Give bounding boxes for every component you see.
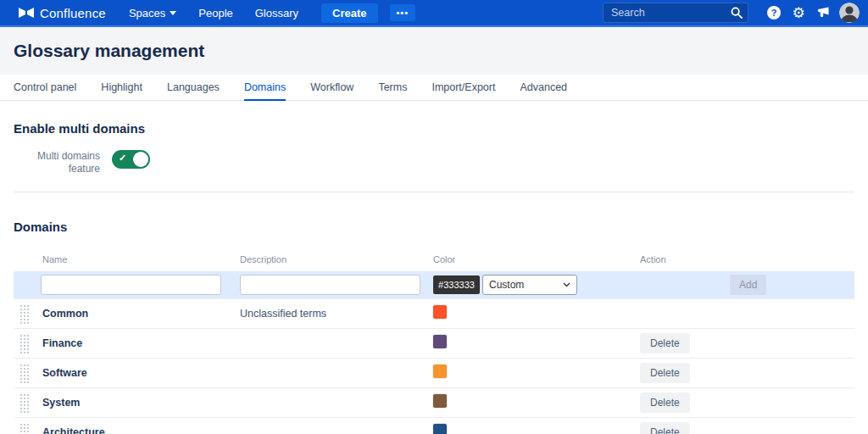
table-header: Name Description Color Action (14, 246, 854, 271)
tab-control-panel[interactable]: Control panel (14, 75, 76, 101)
table-row-common: Common Unclassified terms (14, 298, 854, 328)
col-header-description: Description (240, 254, 433, 264)
drag-handle-icon[interactable] (19, 364, 29, 383)
new-domain-description-input[interactable] (240, 275, 420, 295)
confluence-logo[interactable]: Confluence (19, 6, 106, 20)
tab-languages[interactable]: Languages (167, 75, 220, 101)
color-preview-chip[interactable]: #333333 (433, 275, 480, 294)
domain-description: Unclassified terms (240, 308, 433, 320)
megaphone-icon (816, 7, 830, 19)
chevron-down-icon (170, 11, 176, 15)
table-row-system: System Delete (14, 387, 854, 417)
col-header-action: Action (640, 254, 854, 264)
color-swatch (433, 305, 447, 319)
check-icon: ✓ (119, 153, 126, 164)
tab-domains[interactable]: Domains (244, 75, 286, 101)
domain-name: System (41, 397, 240, 409)
tab-advanced[interactable]: Advanced (520, 75, 567, 101)
add-button[interactable]: Add (730, 275, 766, 295)
color-swatch (433, 335, 447, 348)
domain-name: Architecture (41, 426, 240, 434)
more-button[interactable]: ••• (390, 4, 416, 21)
drag-handle-icon[interactable] (19, 393, 29, 413)
multi-domains-toggle[interactable]: ✓ (112, 150, 150, 169)
brand-name: Confluence (40, 6, 106, 20)
new-domain-name-input[interactable] (41, 275, 221, 295)
settings-button[interactable]: ⚙ (787, 2, 810, 24)
toggle-knob (133, 152, 148, 167)
color-swatch (433, 364, 447, 378)
domains-table: Name Description Color Action #333333 Cu… (14, 246, 854, 434)
user-avatar[interactable] (839, 3, 860, 23)
gear-icon: ⚙ (792, 6, 804, 20)
delete-button[interactable]: Delete (640, 363, 690, 383)
select-chevron-icon (563, 282, 570, 287)
page-title: Glossary management (14, 41, 204, 61)
nav-item-spaces[interactable]: Spaces (129, 7, 176, 19)
table-row-software: Software Delete (14, 358, 854, 387)
drag-handle-icon[interactable] (19, 304, 29, 324)
drag-handle-icon[interactable] (19, 334, 29, 353)
tab-bar: Control panel Highlight Languages Domain… (0, 75, 868, 101)
table-row-architecture: Architecture Delete (14, 417, 854, 434)
help-icon: ? (767, 6, 781, 19)
announcement-button[interactable] (812, 2, 834, 24)
top-nav: Confluence Spaces People Glossary Create… (0, 0, 868, 27)
create-button[interactable]: Create (321, 3, 377, 23)
search-icon (731, 7, 743, 19)
nav-item-glossary[interactable]: Glossary (255, 7, 298, 19)
color-swatch (433, 394, 447, 408)
color-swatch (433, 424, 447, 434)
main-content: Enable multi domains Multi domains featu… (0, 121, 868, 434)
color-mode-select[interactable]: Custom (482, 275, 577, 295)
drag-handle-icon[interactable] (19, 423, 29, 434)
col-header-name: Name (41, 254, 240, 264)
domain-name: Finance (41, 337, 240, 349)
page-header: Glossary management (0, 27, 868, 75)
domains-heading: Domains (14, 220, 854, 234)
tab-import-export[interactable]: Import/Export (431, 75, 495, 101)
add-domain-row: #333333 Custom Add (14, 271, 854, 298)
tab-highlight[interactable]: Highlight (101, 75, 142, 101)
multi-domains-label: Multi domains feature (14, 150, 100, 175)
help-button[interactable]: ? (763, 2, 785, 24)
tab-terms[interactable]: Terms (378, 75, 407, 101)
domain-name: Common (41, 308, 240, 320)
delete-button[interactable]: Delete (640, 392, 690, 413)
delete-button[interactable]: Delete (640, 422, 690, 434)
confluence-logo-icon (19, 7, 34, 19)
table-row-finance: Finance Delete (14, 328, 854, 358)
section-divider (14, 192, 854, 192)
avatar-icon (839, 3, 860, 23)
enable-multi-domains-heading: Enable multi domains (14, 121, 854, 136)
multi-domains-field: Multi domains feature ✓ (14, 150, 854, 175)
delete-button[interactable]: Delete (640, 333, 690, 353)
search-box (603, 3, 748, 23)
col-header-color: Color (433, 254, 640, 264)
tab-workflow[interactable]: Workflow (310, 75, 353, 101)
search-input[interactable] (603, 3, 748, 23)
nav-item-people[interactable]: People (198, 7, 232, 19)
domain-name: Software (41, 367, 240, 379)
